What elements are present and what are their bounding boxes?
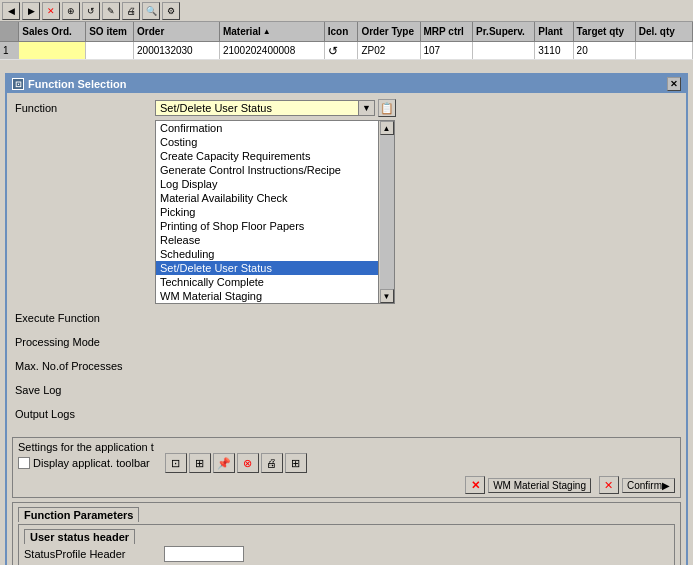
col-del-qty[interactable]: Del. qty: [636, 22, 693, 41]
refresh-btn[interactable]: ↺: [82, 2, 100, 20]
cell-pr-superv: [473, 42, 535, 59]
status-profile-row: StatusProfile Header: [24, 546, 669, 562]
savelog-label: Save Log: [15, 384, 155, 396]
dropdown-item-generate-control[interactable]: Generate Control Instructions/Recipe: [156, 163, 378, 177]
table-header: Sales Ord. SO item Order Material ▲ Icon…: [0, 22, 693, 42]
dropdown-item-set-delete[interactable]: Set/Delete User Status: [156, 261, 378, 275]
dialog-close-btn[interactable]: ✕: [667, 77, 681, 91]
toolbar-icon-6[interactable]: ⊞: [285, 453, 307, 473]
subsection-tab[interactable]: User status header: [24, 529, 135, 544]
confirm-btn[interactable]: Confirm▶: [622, 478, 675, 493]
settings-section: Settings for the application t Display a…: [12, 437, 681, 498]
cell-sales-ord[interactable]: [19, 42, 86, 59]
cell-order-type: ZP02: [358, 42, 420, 59]
dropdown-item-costing[interactable]: Costing: [156, 135, 378, 149]
back-btn[interactable]: ◀: [2, 2, 20, 20]
settings-btn[interactable]: ⚙: [162, 2, 180, 20]
dropdown-item-confirmation[interactable]: Confirmation: [156, 121, 378, 135]
table-row[interactable]: 1 2000132030 2100202400008 ↺ ZP02 107 31…: [0, 42, 693, 60]
dropdown-item-wm-staging[interactable]: WM Material Staging: [156, 289, 378, 303]
dropdown-scrollbar: ▲ ▼: [378, 121, 394, 303]
cell-plant: 3110: [535, 42, 573, 59]
red-x-button-2[interactable]: ✕: [599, 476, 619, 494]
params-section: Function Parameters User status header S…: [12, 502, 681, 565]
function-label: Function: [15, 102, 155, 114]
display-toolbar-checkbox[interactable]: [18, 457, 30, 469]
display-toolbar-wrapper: Display applicat. toolbar: [18, 457, 150, 469]
status-profile-input[interactable]: [164, 546, 244, 562]
cell-del-qty: [636, 42, 693, 59]
scrollbar-down[interactable]: ▼: [380, 289, 394, 303]
col-mrp-ctrl[interactable]: MRP ctrl: [421, 22, 474, 41]
status-profile-label: StatusProfile Header: [24, 548, 164, 560]
form-section: Function Set/Delete User Status ▼ 📋 Conf…: [7, 93, 686, 433]
execute-function-row: Execute Function: [15, 308, 678, 328]
function-dropdown-arrow[interactable]: ▼: [358, 101, 374, 115]
edit-btn[interactable]: ✎: [102, 2, 120, 20]
new-btn[interactable]: ⊕: [62, 2, 80, 20]
outputlogs-label: Output Logs: [15, 408, 155, 420]
function-dropdown-field[interactable]: Set/Delete User Status ▼: [155, 100, 375, 116]
settings-title: Settings for the application t: [18, 441, 675, 453]
scrollbar-track[interactable]: [380, 135, 394, 289]
dropdown-item-technically[interactable]: Technically Complete: [156, 275, 378, 289]
outputlogs-row: Output Logs: [15, 404, 678, 424]
search-btn[interactable]: 🔍: [142, 2, 160, 20]
red-x-button[interactable]: ✕: [465, 476, 485, 494]
col-material[interactable]: Material ▲: [220, 22, 325, 41]
dropdown-item-log-display[interactable]: Log Display: [156, 177, 378, 191]
cell-mrp-ctrl: 107: [421, 42, 474, 59]
forward-btn[interactable]: ▶: [22, 2, 40, 20]
maxno-row: Max. No.of Processes: [15, 356, 678, 376]
toolbar-icon-5[interactable]: 🖨: [261, 453, 283, 473]
execute-label: Execute Function: [15, 312, 155, 324]
maxno-label: Max. No.of Processes: [15, 360, 155, 372]
cell-so-item: [86, 42, 134, 59]
function-row: Function Set/Delete User Status ▼ 📋: [15, 98, 678, 118]
toolbar-icon-3[interactable]: 📌: [213, 453, 235, 473]
col-order-type[interactable]: Order Type: [358, 22, 420, 41]
processing-label: Processing Mode: [15, 336, 155, 348]
params-header: Function Parameters: [18, 507, 675, 521]
function-extra-btn[interactable]: 📋: [378, 99, 396, 117]
toolbar-icon-2[interactable]: ⊞: [189, 453, 211, 473]
function-selection-dialog: ⊡ Function Selection ✕ Function Set/Dele…: [5, 73, 688, 565]
row-num-header: [0, 22, 19, 41]
dropdown-list-container: Confirmation Costing Create Capacity Req…: [155, 120, 395, 304]
savelog-row: Save Log: [15, 380, 678, 400]
cell-target-qty: 20: [574, 42, 636, 59]
dialog-title-icon: ⊡: [12, 78, 24, 90]
col-icon[interactable]: Icon: [325, 22, 359, 41]
toolbar-icon-row: ⊡ ⊞ 📌 ⊗ 🖨 ⊞: [165, 453, 307, 473]
dropdown-item-scheduling[interactable]: Scheduling: [156, 247, 378, 261]
print-btn[interactable]: 🖨: [122, 2, 140, 20]
col-sales-ord[interactable]: Sales Ord.: [19, 22, 86, 41]
dropdown-item-release[interactable]: Release: [156, 233, 378, 247]
top-toolbar: ◀ ▶ ✕ ⊕ ↺ ✎ 🖨 🔍 ⚙: [0, 0, 693, 22]
row-number: 1: [0, 42, 19, 59]
scrollbar-up[interactable]: ▲: [380, 121, 394, 135]
dropdown-item-picking[interactable]: Picking: [156, 205, 378, 219]
processing-mode-row: Processing Mode: [15, 332, 678, 352]
col-pr-superv[interactable]: Pr.Superv.: [473, 22, 535, 41]
toolbar-icon-1[interactable]: ⊡: [165, 453, 187, 473]
settings-title-text: Settings for the application t: [18, 441, 154, 453]
col-target-qty[interactable]: Target qty: [574, 22, 636, 41]
user-status-subsection: User status header StatusProfile Header …: [18, 524, 675, 565]
dropdown-item-create-capacity[interactable]: Create Capacity Requirements: [156, 149, 378, 163]
toolbar-icon-4[interactable]: ⊗: [237, 453, 259, 473]
wm-staging-btn[interactable]: WM Material Staging: [488, 478, 591, 493]
settings-row: Display applicat. toolbar ⊡ ⊞ 📌 ⊗ 🖨 ⊞: [18, 453, 675, 473]
dropdown-item-printing[interactable]: Printing of Shop Floor Papers: [156, 219, 378, 233]
dropdown-item-material-avail[interactable]: Material Availability Check: [156, 191, 378, 205]
stop-btn[interactable]: ✕: [42, 2, 60, 20]
col-order[interactable]: Order: [134, 22, 220, 41]
subsection-header: User status header: [24, 529, 669, 543]
col-plant[interactable]: Plant: [535, 22, 573, 41]
dropdown-list-wrapper: Confirmation Costing Create Capacity Req…: [155, 120, 678, 304]
cell-material: 2100202400008: [220, 42, 325, 59]
params-tab[interactable]: Function Parameters: [18, 507, 139, 522]
dropdown-list-items: Confirmation Costing Create Capacity Req…: [156, 121, 378, 303]
col-so-item[interactable]: SO item: [86, 22, 134, 41]
function-dropdown-text: Set/Delete User Status: [156, 101, 358, 115]
